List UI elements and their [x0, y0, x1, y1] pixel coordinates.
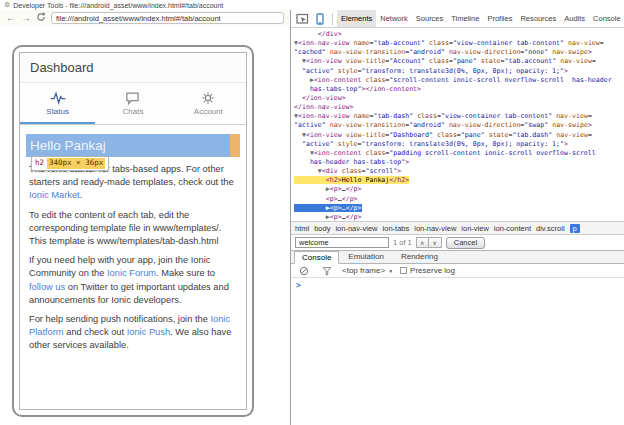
page-viewport: Dashboard StatusChatsAccount Hello Panka…: [0, 26, 290, 425]
device-mode-icon[interactable]: [312, 12, 328, 26]
tree-node[interactable]: has-header has-tabs-top">: [294, 158, 624, 167]
console-area[interactable]: >: [291, 278, 624, 425]
breadcrumb-div-scroll[interactable]: div.scroll: [536, 224, 565, 233]
find-step-buttons: ∧ ∨: [416, 237, 442, 248]
tree-node[interactable]: "active" nav-view-transition="android" n…: [294, 121, 624, 130]
reload-button[interactable]: [36, 12, 46, 24]
find-previous-button[interactable]: ∧: [416, 237, 429, 248]
app-paragraphs: The Ionic starter for tabs-based apps. F…: [29, 163, 237, 352]
device-screen: Dashboard StatusChatsAccount Hello Panka…: [19, 52, 247, 410]
app-paragraph-3: If you need help with your app, join the…: [29, 254, 237, 307]
devtools-pane: ElementsNetworkSourcesTimelineProfilesRe…: [290, 10, 624, 425]
breadcrumb-ion-tabs[interactable]: ion-tabs: [383, 224, 410, 233]
app-tab-label: Chats: [123, 107, 144, 116]
tree-node[interactable]: ▼<div class="scroll">: [294, 167, 624, 176]
frame-context-select[interactable]: <top frame> ▼: [342, 266, 393, 275]
tree-node[interactable]: "cached" nav-view-transition="android" n…: [294, 48, 624, 57]
app-content: Hello Pankaj h2 340px × 36px The Ionic s…: [20, 125, 246, 409]
app-tab-label: Status: [46, 107, 69, 116]
tree-node[interactable]: ▼<ion-content class="padding scroll-cont…: [294, 149, 624, 158]
pulse-icon: [50, 91, 66, 105]
tree-node-search-match[interactable]: <h2>Hello Pankaj</h2>: [294, 176, 624, 185]
tree-node[interactable]: <p>…</p>: [294, 195, 624, 204]
address-bar-text: file:///android_asset/www/index.html#/ta…: [56, 14, 221, 23]
margin-highlight: [230, 134, 240, 157]
panel-tab-network[interactable]: Network: [376, 10, 412, 27]
breadcrumb-body[interactable]: body: [314, 224, 330, 233]
chevron-down-icon: ▼: [388, 268, 393, 274]
panel-tabs: ElementsNetworkSourcesTimelineProfilesRe…: [337, 10, 621, 27]
find-next-button[interactable]: ∨: [429, 237, 442, 248]
inspect-tooltip-dimensions: 340px × 36px: [47, 158, 105, 169]
tree-node[interactable]: </div>: [294, 30, 624, 39]
clear-console-icon[interactable]: [296, 264, 312, 278]
app-header: Dashboard: [20, 53, 246, 83]
forward-button[interactable]: →: [21, 13, 31, 23]
tree-node[interactable]: "active" style="transform: translate3d(0…: [294, 140, 624, 149]
panel-tab-resources[interactable]: Resources: [516, 10, 560, 27]
find-input[interactable]: [295, 237, 389, 248]
tree-node[interactable]: ▼<ion-nav-view name="tab-dash" class="vi…: [294, 112, 624, 121]
devtools-toolbar: ElementsNetworkSourcesTimelineProfilesRe…: [291, 10, 624, 28]
link-ionic-push[interactable]: Ionic Push: [127, 327, 170, 337]
drawer-tabs: ConsoleEmulationRendering: [291, 250, 624, 264]
breadcrumb-ion-content[interactable]: ion-content: [494, 224, 531, 233]
window-title: Developer Tools - file:///android_asset/…: [13, 2, 223, 9]
tree-node[interactable]: ▶<ion-content class="scroll-content ioni…: [294, 76, 624, 85]
breadcrumb-html[interactable]: html: [295, 224, 309, 233]
breadcrumb-ion-nav-view[interactable]: ion-nav-view: [414, 224, 456, 233]
panel-tab-elements[interactable]: Elements: [337, 10, 376, 27]
panel-tab-sources[interactable]: Sources: [412, 10, 448, 27]
app-tab-account[interactable]: Account: [171, 83, 246, 124]
tree-node[interactable]: ▶<p>…</p>: [294, 185, 624, 194]
address-bar[interactable]: file:///android_asset/www/index.html#/ta…: [51, 12, 284, 24]
console-prompt: >: [296, 281, 301, 290]
inspected-heading-highlight: Hello Pankaj: [26, 134, 240, 157]
inspect-element-icon[interactable]: [294, 12, 310, 26]
breadcrumb-ion-nav-view[interactable]: ion-nav-view: [335, 224, 377, 233]
gear-icon: [201, 91, 215, 105]
preserve-log-checkbox[interactable]: [400, 267, 407, 274]
filter-icon[interactable]: [319, 264, 335, 278]
panel-tab-timeline[interactable]: Timeline: [447, 10, 483, 27]
link-follow-us[interactable]: follow us: [29, 282, 65, 292]
tree-node[interactable]: has-tabs-top"></ion-content>: [294, 85, 624, 94]
window-titlebar: ⚙ Developer Tools - file:///android_asse…: [0, 0, 624, 10]
app-paragraph-2: To edit the content of each tab, edit th…: [29, 209, 237, 249]
panel-tab-audits[interactable]: Audits: [560, 10, 589, 27]
frame-context-label: <top frame>: [342, 266, 385, 275]
app-tabbar: StatusChatsAccount: [20, 83, 246, 125]
main-area: ← → file:///android_asset/www/index.html…: [0, 10, 624, 425]
devtools-window-icon: ⚙: [4, 1, 10, 9]
back-button[interactable]: ←: [6, 13, 16, 23]
browser-pane: ← → file:///android_asset/www/index.html…: [0, 10, 290, 425]
app-tab-chats[interactable]: Chats: [95, 83, 170, 124]
panel-tab-console[interactable]: Console: [589, 10, 621, 27]
console-toolbar: <top frame> ▼ Preserve log: [291, 264, 624, 278]
find-bar: 1 of 1 ∧ ∨ Cancel: [291, 234, 624, 250]
find-cancel-button[interactable]: Cancel: [446, 237, 485, 249]
drawer-tab-emulation[interactable]: Emulation: [340, 250, 392, 263]
tree-node[interactable]: ▼<ion-nav-view name="tab-account" class=…: [294, 39, 624, 48]
panel-tab-profiles[interactable]: Profiles: [483, 10, 516, 27]
tree-node[interactable]: "active" style="transform: translate3d(0…: [294, 67, 624, 76]
tree-node[interactable]: </ion-nav-view>: [294, 103, 624, 112]
app-paragraph-4: For help sending push notifications, joi…: [29, 313, 237, 353]
breadcrumb-bar: htmlbodyion-nav-viewion-tabsion-nav-view…: [291, 221, 624, 234]
tree-node[interactable]: ▼<ion-view view-title="Account" class="p…: [294, 57, 624, 66]
tree-node[interactable]: ▼<ion-view view-title="Dashboard" class=…: [294, 131, 624, 140]
link-ionic-forum[interactable]: Ionic Forum: [107, 268, 156, 278]
link-ionic-market[interactable]: Ionic Market: [29, 190, 80, 200]
app-tab-label: Account: [194, 107, 223, 116]
inspect-tooltip-tag: h2: [35, 158, 44, 169]
elements-tree: </div>▼<ion-nav-view name="tab-account" …: [291, 28, 624, 221]
drawer-tab-console[interactable]: Console: [294, 251, 339, 264]
breadcrumb-ion-view[interactable]: ion-view: [461, 224, 489, 233]
chat-icon: [125, 91, 140, 105]
drawer-tab-rendering[interactable]: Rendering: [393, 250, 446, 263]
breadcrumb-p[interactable]: p: [570, 224, 580, 233]
tree-node[interactable]: ▶<p>…</p>: [294, 213, 624, 221]
tree-node-selected[interactable]: ▶<p>…</p>: [294, 204, 624, 213]
tree-node[interactable]: </ion-view>: [294, 94, 624, 103]
app-tab-status[interactable]: Status: [20, 83, 95, 124]
